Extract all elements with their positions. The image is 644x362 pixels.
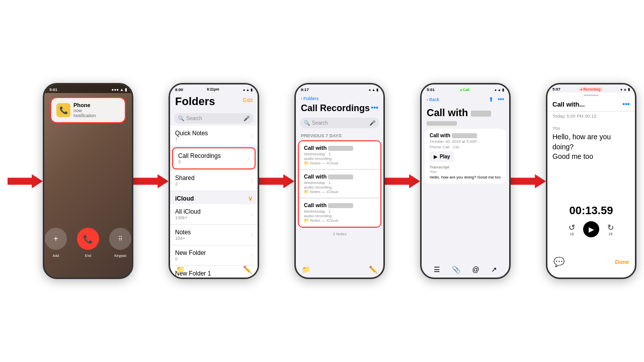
chevron-all-icloud: › xyxy=(251,212,253,217)
screen3-bottom-bar: 📁 ✏️ xyxy=(296,265,383,274)
screen4-action-icons: ⬆ ••• xyxy=(489,96,504,103)
search-bar-2[interactable]: 🔍 Search 🎤 xyxy=(174,113,254,124)
back-label-4: Back xyxy=(429,97,439,102)
skip-forward-button[interactable]: ↻ 15 xyxy=(607,223,614,236)
transcript-icon-5[interactable]: 💬 xyxy=(553,256,565,267)
checklist-icon-4[interactable]: ☰ xyxy=(434,265,440,274)
done-button-5[interactable]: Done xyxy=(615,259,629,265)
edit-button[interactable]: Edit xyxy=(243,97,253,103)
play-pause-button[interactable]: ▶ xyxy=(583,221,599,237)
keypad-label: Keypad xyxy=(109,254,131,257)
rec-title-1: Call with xyxy=(304,145,375,151)
search-bar-3[interactable]: 🔍 Search 🎤 xyxy=(300,118,379,128)
attachment-icon-4[interactable]: 📎 xyxy=(452,265,460,274)
drag-handle xyxy=(547,93,635,97)
back-link-3[interactable]: ‹ Folders xyxy=(301,96,378,101)
share-icon-4[interactable]: ⬆ xyxy=(489,96,494,103)
folder-quick-notes[interactable]: Quick Notes 7 › xyxy=(170,126,258,146)
svg-marker-0 xyxy=(8,174,43,188)
screen2-time-right: 8:21pm xyxy=(207,87,219,92)
icloud-section-header: iCloud ∨ xyxy=(170,191,258,204)
play-label: Play xyxy=(440,154,450,159)
timer-section: 00:13.59 ↺ 15 ▶ ↻ 15 xyxy=(547,204,635,237)
notification-text: Phone now Notification xyxy=(73,102,120,118)
folders-header: Edit Folders xyxy=(170,93,258,111)
new-note-icon[interactable]: ✏️ xyxy=(243,265,252,274)
call-controls: + 📞 ⠿ Add End Keypad xyxy=(44,228,132,257)
mention-icon-4[interactable]: @ xyxy=(472,265,479,274)
screen5-header: Call with... ••• xyxy=(547,97,635,112)
skip-back-label: 15 xyxy=(570,232,574,236)
play-button[interactable]: ▶ Play xyxy=(430,151,454,162)
shared-label: Shared xyxy=(175,174,195,182)
back-link-4[interactable]: ‹ Back xyxy=(427,97,439,102)
arrow-1-2-icon xyxy=(133,172,169,190)
skip-forward-icon: ↻ xyxy=(607,223,614,232)
more-icon-3[interactable]: ••• xyxy=(371,104,378,112)
recording-item-3[interactable]: Call with Wednesday 1 audio recording 📁 … xyxy=(299,198,380,227)
folder-new-folder[interactable]: New Folder 0 › xyxy=(170,245,258,266)
call-entry-card[interactable]: Call with October 30, 2024 at 5:00P... P… xyxy=(425,129,506,184)
skip-back-button[interactable]: ↺ 15 xyxy=(569,223,575,236)
more-icon-5[interactable]: ••• xyxy=(622,100,630,108)
folder-call-recordings[interactable]: Call Recordings 3 › xyxy=(172,147,256,169)
arrow-2-3-icon xyxy=(259,172,294,190)
folder-all-icloud[interactable]: All iCloud 100k+ › xyxy=(170,204,258,225)
end-call-button[interactable]: 📞 xyxy=(77,228,99,250)
wifi-icon2: ▲ xyxy=(246,88,250,92)
rec-folder-3: 📁 Notes — iCloud xyxy=(304,218,375,223)
arrow-4-5 xyxy=(511,172,546,190)
folder-icon-3: 📁 xyxy=(304,218,309,223)
rec-type-3: audio recording xyxy=(304,214,375,218)
folders-title: Folders xyxy=(175,95,253,108)
screen4-time: 5:01 xyxy=(427,87,435,92)
screen4-bottom-toolbar: ☰ 📎 @ ↗ xyxy=(422,265,509,274)
notif-time: now xyxy=(73,108,120,113)
battery-icon: ▮ xyxy=(125,87,127,92)
chevron-icon: › xyxy=(251,133,253,139)
recording-item-2[interactable]: Call with Wednesday 1 audio recording 📁 … xyxy=(299,169,380,198)
battery-icon4: ▮ xyxy=(502,88,504,92)
folder-shared[interactable]: Shared 2 › xyxy=(170,170,258,191)
phone-screen-1: 5:01 ●●● ▲ ▮ 📞 Phone now Notification xyxy=(43,83,133,279)
skip-back-icon: ↺ xyxy=(569,223,575,232)
svg-marker-1 xyxy=(133,174,169,188)
wifi-icon5: ▲ xyxy=(623,87,627,91)
screen1-status: 5:01 ●●● ▲ ▮ xyxy=(44,84,132,93)
play-icon-5: ▶ xyxy=(589,225,594,233)
screen1-status-icons: ●●● ▲ ▮ xyxy=(112,87,127,92)
more-icon-4[interactable]: ••• xyxy=(498,96,504,103)
notes-count: 3 Notes xyxy=(296,229,383,239)
share-icon-bottom-4[interactable]: ↗ xyxy=(491,265,497,274)
recordings-header: ‹ Folders Call Recordings ••• xyxy=(296,93,383,116)
notification-banner[interactable]: 📞 Phone now Notification xyxy=(50,97,126,123)
signal-icon4: ● xyxy=(495,88,497,92)
add-button[interactable]: + xyxy=(45,228,67,250)
battery-icon2: ▮ xyxy=(251,88,253,92)
arrow-3-4 xyxy=(385,172,420,190)
folder-notes[interactable]: Notes 104+ › xyxy=(170,225,258,245)
icloud-label: iCloud xyxy=(175,195,194,202)
back-chevron-4: ‹ xyxy=(427,97,428,102)
arrow-3-4-icon xyxy=(385,172,420,190)
new-folder-icon-3[interactable]: 📁 xyxy=(302,265,310,274)
keypad-button[interactable]: ⠿ xyxy=(109,228,131,250)
screen2-time: 8:00 xyxy=(175,87,183,92)
left-arrow-container xyxy=(8,172,43,190)
new-folder-icon[interactable]: 📁 xyxy=(176,265,185,274)
call-btn-row: + 📞 ⠿ xyxy=(45,228,131,250)
transcript-bubble-text: Hello, how are you doing?Good me too xyxy=(552,132,630,162)
screen2-status-icons: ● ▲ ▮ xyxy=(243,87,253,92)
notif-subtitle: Notification xyxy=(73,113,120,118)
recording-item-1[interactable]: Call with Wednesday 1 audio recording 📁 … xyxy=(299,141,380,169)
notif-title: Phone xyxy=(73,102,120,108)
screen5-center-status: ● Recording xyxy=(578,87,603,92)
new-note-icon-3[interactable]: ✏️ xyxy=(369,265,377,274)
arrow-4-5-icon xyxy=(511,172,546,190)
screen5-time: 5:07 xyxy=(552,87,560,92)
screen5-title: Call with... xyxy=(552,101,585,108)
call-entry-title: Call with xyxy=(430,133,501,138)
rec-meta-2: Wednesday 1 xyxy=(304,180,375,185)
wifi-icon: ▲ xyxy=(120,87,124,92)
rec-type-2: audio recording xyxy=(304,185,375,190)
